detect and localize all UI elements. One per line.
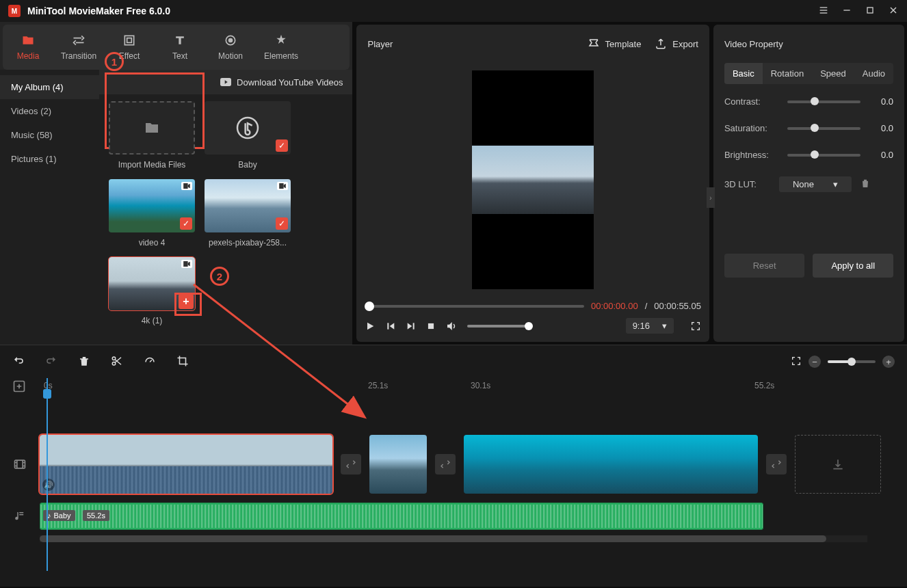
apply-all-button[interactable]: Apply to all xyxy=(813,254,893,278)
menu-icon[interactable] xyxy=(818,5,829,18)
time-duration: 00:00:55.05 xyxy=(654,301,701,311)
transition-slot[interactable] xyxy=(435,454,456,475)
add-track-button[interactable] xyxy=(12,379,26,395)
tab-audio[interactable]: Audio xyxy=(854,63,893,84)
import-media-button[interactable]: Import Media Files xyxy=(109,101,195,170)
tab-speed[interactable]: Speed xyxy=(812,63,854,84)
sidebar-item-myalbum[interactable]: My Album (4) xyxy=(0,75,99,99)
audio-clip[interactable]: ♪ Baby 55.2s xyxy=(40,503,763,530)
timeline-panel: − + 0s 25.1s 30.1s 55.2s 🔊 xyxy=(0,345,907,587)
stop-button[interactable] xyxy=(426,321,436,331)
svg-marker-25 xyxy=(408,323,412,329)
sidebar-item-pictures[interactable]: Pictures (1) xyxy=(0,147,99,171)
svg-marker-19 xyxy=(188,262,190,266)
sidebar-item-videos[interactable]: Videos (2) xyxy=(0,99,99,123)
timeline-scrollbar[interactable] xyxy=(40,535,867,542)
text-tab[interactable]: Text xyxy=(155,25,205,70)
player-title: Player xyxy=(367,39,573,49)
lut-select[interactable]: None ▾ xyxy=(779,176,852,192)
chevron-down-icon: ▾ xyxy=(833,179,838,189)
close-icon[interactable] xyxy=(888,5,899,18)
tab-basic[interactable]: Basic xyxy=(724,63,763,84)
seek-bar[interactable] xyxy=(365,305,583,308)
zoom-out-button[interactable]: − xyxy=(809,356,821,368)
tab-rotation[interactable]: Rotation xyxy=(763,63,812,84)
svg-rect-16 xyxy=(279,183,283,189)
sidebar-item-music[interactable]: Music (58) xyxy=(0,123,99,147)
audio-clip-duration: 55.2s xyxy=(83,510,109,521)
svg-rect-8 xyxy=(127,38,132,43)
split-button[interactable] xyxy=(111,355,123,369)
volume-icon[interactable] xyxy=(445,320,458,332)
svg-rect-7 xyxy=(124,36,133,44)
video-icon xyxy=(277,182,288,190)
preview-frame xyxy=(472,70,594,289)
svg-rect-23 xyxy=(388,323,389,329)
transition-slot[interactable] xyxy=(766,454,787,475)
trash-icon[interactable] xyxy=(860,178,871,191)
speed-button[interactable] xyxy=(144,355,156,369)
zoom-slider[interactable] xyxy=(828,360,876,363)
svg-marker-15 xyxy=(188,184,190,188)
check-icon: ✓ xyxy=(276,139,288,152)
app-icon: M xyxy=(8,5,21,17)
speaker-icon: 🔊 xyxy=(42,479,55,491)
minimize-icon[interactable] xyxy=(841,5,852,18)
reset-button[interactable]: Reset xyxy=(724,254,805,278)
motion-tab[interactable]: Motion xyxy=(205,25,256,70)
media-panel: Media Transition Effect Text Motion Elem… xyxy=(0,22,352,345)
maximize-icon[interactable] xyxy=(865,5,876,18)
svg-rect-18 xyxy=(183,261,187,267)
timeline-ruler[interactable]: 0s 25.1s 30.1s 55.2s xyxy=(40,378,907,397)
delete-button[interactable] xyxy=(78,355,90,369)
aspect-ratio-select[interactable]: 9:16 ▾ xyxy=(626,318,674,334)
download-youtube-link[interactable]: Download YouTube Videos xyxy=(220,77,343,88)
saturation-value: 0.0 xyxy=(869,123,893,133)
preview-area xyxy=(356,63,709,297)
undo-button[interactable] xyxy=(12,355,25,369)
playhead[interactable] xyxy=(47,378,48,571)
contrast-slider[interactable] xyxy=(787,101,860,103)
template-button[interactable]: Template xyxy=(588,38,642,50)
fullscreen-button[interactable] xyxy=(690,321,701,332)
play-button[interactable] xyxy=(365,321,376,332)
media-item-4k[interactable]: + 4k (1) 2 xyxy=(109,257,195,325)
volume-slider[interactable] xyxy=(467,325,529,328)
export-button[interactable]: Export xyxy=(655,38,698,50)
check-icon: ✓ xyxy=(276,217,288,230)
media-item-video4[interactable]: ✓ video 4 xyxy=(109,179,195,248)
video-track-icon xyxy=(0,457,40,471)
timeline-clip-2[interactable] xyxy=(369,435,427,494)
video-icon xyxy=(181,182,192,190)
main-toolbar: Media Transition Effect Text Motion Elem… xyxy=(3,25,350,70)
brightness-slider[interactable] xyxy=(787,154,860,157)
fit-icon[interactable] xyxy=(791,356,802,369)
player-panel: Player Template Export 00:00:00.00 / 00:… xyxy=(356,25,709,342)
annotation-step-1: 1 xyxy=(105,52,124,71)
prev-button[interactable] xyxy=(385,321,396,332)
elements-tab[interactable]: Elements xyxy=(256,25,306,70)
crop-button[interactable] xyxy=(176,355,189,369)
audio-track-icon xyxy=(0,510,40,522)
zoom-in-button[interactable]: + xyxy=(882,356,895,368)
timeline-clip-3[interactable] xyxy=(464,435,758,494)
video-icon xyxy=(181,260,192,268)
svg-point-10 xyxy=(229,39,233,42)
redo-button[interactable] xyxy=(45,355,57,369)
drop-zone[interactable] xyxy=(795,435,881,494)
media-item-baby[interactable]: ✓ Baby xyxy=(205,101,291,170)
transition-tab[interactable]: Transition xyxy=(53,25,104,70)
property-panel: › Video Property Basic Rotation Speed Au… xyxy=(713,25,904,342)
transition-slot[interactable] xyxy=(341,454,361,475)
timeline-clip-1[interactable]: 🔊 xyxy=(40,435,332,494)
saturation-slider[interactable] xyxy=(787,127,860,130)
audio-track: ♪ Baby 55.2s xyxy=(0,497,907,535)
lut-label: 3D LUT: xyxy=(724,179,779,189)
media-item-pexels[interactable]: ✓ pexels-pixabay-258... xyxy=(205,179,291,248)
property-title: Video Property xyxy=(724,25,893,63)
svg-marker-17 xyxy=(284,184,286,188)
collapse-arrow-icon[interactable]: › xyxy=(707,187,715,208)
next-button[interactable] xyxy=(406,321,417,332)
app-title: MiniTool MovieMaker Free 6.0.0 xyxy=(27,5,807,16)
media-tab[interactable]: Media xyxy=(3,25,53,70)
